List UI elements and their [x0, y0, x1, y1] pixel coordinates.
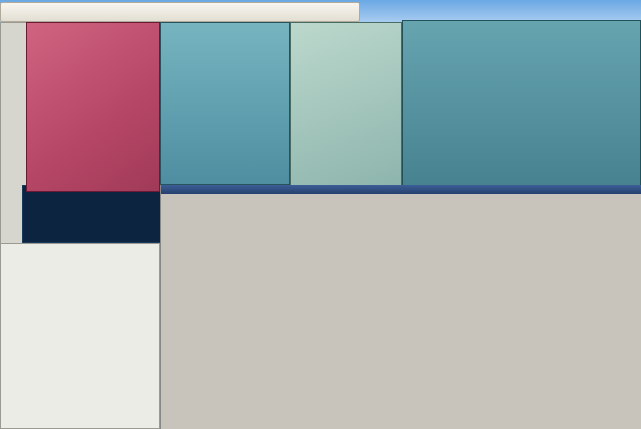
spectrum-eq-window — [402, 20, 641, 195]
filter-curve-window — [22, 185, 163, 243]
quick-launch-toolbar — [0, 2, 360, 22]
editor-title-bar — [161, 185, 641, 194]
metering-panel-window — [160, 22, 290, 185]
arrange-editor-window — [160, 185, 641, 429]
mastering-suite-screen — [0, 0, 641, 429]
peak-meter-graphic — [1, 41, 27, 161]
compressor-plugin-window — [26, 22, 160, 192]
histogram-window — [0, 243, 160, 429]
channel-strip-window — [290, 22, 402, 192]
